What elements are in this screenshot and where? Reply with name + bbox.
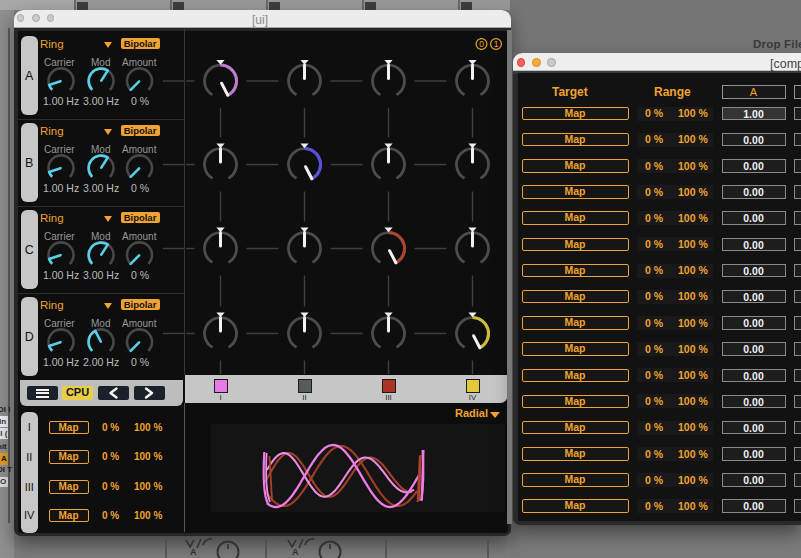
svg-text:A: A	[292, 547, 299, 557]
svg-text:1: 1	[494, 39, 499, 49]
svg-text:0: 0	[479, 39, 484, 49]
svg-text:A: A	[190, 547, 197, 557]
